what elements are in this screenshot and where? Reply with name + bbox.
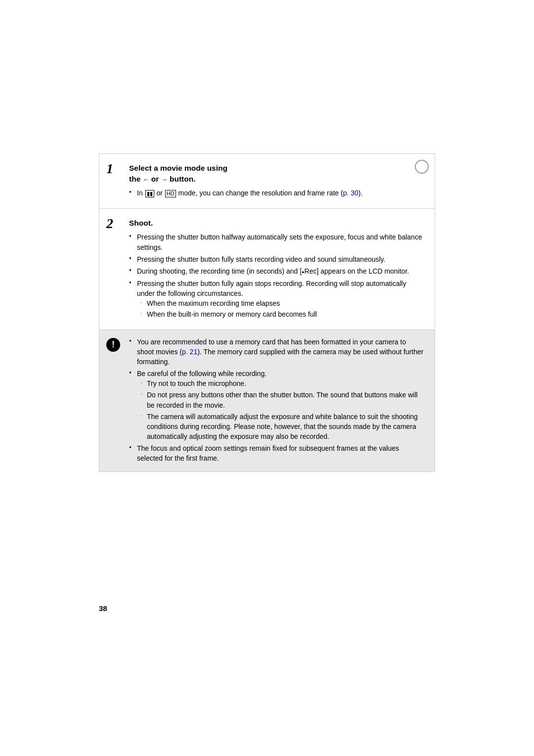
step-1-bullet-1: In ▮▮ or HD mode, you can change the res… xyxy=(129,188,425,198)
step-1-title-line1: Select a movie mode using xyxy=(129,164,227,172)
movie-mode-icon: ▮▮ xyxy=(145,190,154,197)
warning-block: ! You are recommended to use a memory ca… xyxy=(99,330,435,472)
content-area: 1 Select a movie mode using the ← or → b… xyxy=(99,153,435,472)
step-2-bullet-2: Pressing the shutter button fully starts… xyxy=(129,254,425,264)
step-2-title: Shoot. xyxy=(129,218,425,229)
warning-bullet-2: Be careful of the following while record… xyxy=(129,369,425,442)
step-2-bullet-3: During shooting, the recording time (in … xyxy=(129,266,425,276)
page-number: 38 xyxy=(99,604,107,613)
link-p30[interactable]: p. 30 xyxy=(343,189,358,197)
step-2-sub-bullet-2: When the built-in memory or memory card … xyxy=(139,309,425,319)
warning-icon: ! xyxy=(106,338,120,352)
step-1-title: Select a movie mode using the ← or → but… xyxy=(129,163,425,184)
step-1-block: 1 Select a movie mode using the ← or → b… xyxy=(99,153,435,208)
warning-bullets: You are recommended to use a memory card… xyxy=(129,337,425,464)
step-2-number: 2 xyxy=(106,216,113,232)
step-2-bullets: Pressing the shutter button halfway auto… xyxy=(129,232,425,319)
step-2-block: 2 Shoot. Pressing the shutter button hal… xyxy=(99,208,435,330)
movie-hd-mode-icon: HD xyxy=(165,190,176,197)
warning-sub-2: Do not press any buttons other than the … xyxy=(139,390,425,410)
warning-bullet-1: You are recommended to use a memory card… xyxy=(129,337,425,367)
warning-sub-bullets-1: Try not to touch the microphone. Do not … xyxy=(139,378,425,442)
left-arrow-icon: ← xyxy=(143,176,149,183)
warning-sub-3: The camera will automatically adjust the… xyxy=(139,412,425,442)
warning-sub-1: Try not to touch the microphone. xyxy=(139,378,425,388)
link-p21[interactable]: p. 21 xyxy=(182,348,197,356)
page: 1 Select a movie mode using the ← or → b… xyxy=(0,0,534,756)
step-2-bullet-1: Pressing the shutter button halfway auto… xyxy=(129,232,425,252)
step-1-number: 1 xyxy=(106,161,113,177)
step-2-bullet-4: Pressing the shutter button fully again … xyxy=(129,279,425,320)
step-1-title-line2: the ← or → button. xyxy=(129,175,196,183)
step-2-sub-bullets: When the maximum recording time elapses … xyxy=(139,298,425,320)
step-2-sub-bullet-1: When the maximum recording time elapses xyxy=(139,298,425,308)
warning-bullet-3: The focus and optical zoom settings rema… xyxy=(129,443,425,464)
step-1-bullets: In ▮▮ or HD mode, you can change the res… xyxy=(129,188,425,198)
corner-badge xyxy=(415,160,429,174)
right-arrow-icon: → xyxy=(161,176,168,183)
